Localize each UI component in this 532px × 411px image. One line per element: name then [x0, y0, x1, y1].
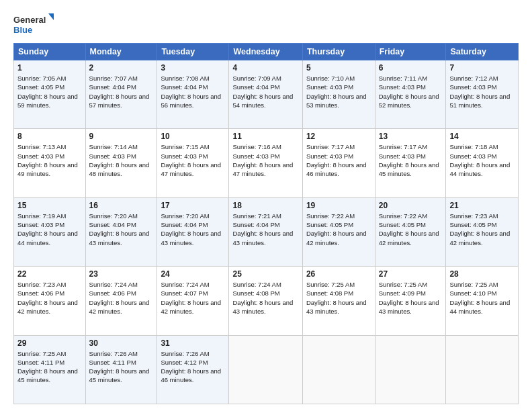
calendar-cell: 9 Sunrise: 7:14 AMSunset: 4:03 PMDayligh…	[85, 129, 157, 197]
day-number: 20	[379, 201, 443, 210]
day-number: 22	[17, 269, 82, 279]
day-number: 21	[449, 201, 515, 210]
calendar-cell: 6 Sunrise: 7:11 AMSunset: 4:03 PMDayligh…	[375, 60, 446, 129]
calendar-cell: 5 Sunrise: 7:10 AMSunset: 4:03 PMDayligh…	[302, 60, 375, 129]
calendar-cell: 10 Sunrise: 7:15 AMSunset: 4:03 PMDaylig…	[157, 129, 229, 197]
day-detail: Sunrise: 7:17 AMSunset: 4:03 PMDaylight:…	[379, 142, 443, 178]
calendar-cell: 3 Sunrise: 7:08 AMSunset: 4:04 PMDayligh…	[157, 60, 229, 129]
day-detail: Sunrise: 7:10 AMSunset: 4:03 PMDaylight:…	[306, 74, 371, 109]
calendar-cell: 14 Sunrise: 7:18 AMSunset: 4:03 PMDaylig…	[446, 129, 519, 197]
day-detail: Sunrise: 7:08 AMSunset: 4:04 PMDaylight:…	[161, 74, 225, 109]
day-detail: Sunrise: 7:26 AMSunset: 4:12 PMDaylight:…	[161, 349, 225, 385]
day-number: 25	[232, 269, 298, 279]
calendar-cell	[302, 335, 375, 404]
day-detail: Sunrise: 7:14 AMSunset: 4:03 PMDaylight:…	[89, 142, 154, 178]
day-detail: Sunrise: 7:17 AMSunset: 4:03 PMDaylight:…	[306, 142, 371, 178]
day-detail: Sunrise: 7:12 AMSunset: 4:03 PMDaylight:…	[449, 74, 515, 109]
calendar-cell: 18 Sunrise: 7:21 AMSunset: 4:04 PMDaylig…	[229, 197, 302, 266]
day-number: 15	[17, 201, 82, 210]
calendar-cell: 7 Sunrise: 7:12 AMSunset: 4:03 PMDayligh…	[446, 60, 519, 129]
calendar-cell: 4 Sunrise: 7:09 AMSunset: 4:04 PMDayligh…	[229, 60, 302, 129]
day-number: 27	[379, 269, 443, 279]
weekday-header-tuesday: Tuesday	[157, 44, 229, 60]
day-number: 30	[89, 338, 154, 348]
day-detail: Sunrise: 7:22 AMSunset: 4:05 PMDaylight:…	[306, 212, 371, 247]
svg-text:General: General	[13, 15, 46, 25]
day-number: 8	[17, 132, 82, 141]
calendar-cell: 22 Sunrise: 7:23 AMSunset: 4:06 PMDaylig…	[14, 267, 86, 335]
day-detail: Sunrise: 7:09 AMSunset: 4:04 PMDaylight:…	[232, 74, 298, 109]
calendar-cell	[446, 335, 519, 404]
calendar-cell: 2 Sunrise: 7:07 AMSunset: 4:04 PMDayligh…	[85, 60, 157, 129]
calendar-cell: 17 Sunrise: 7:20 AMSunset: 4:04 PMDaylig…	[157, 197, 229, 266]
calendar-cell: 16 Sunrise: 7:20 AMSunset: 4:04 PMDaylig…	[85, 197, 157, 266]
day-detail: Sunrise: 7:19 AMSunset: 4:03 PMDaylight:…	[17, 212, 82, 247]
day-detail: Sunrise: 7:18 AMSunset: 4:03 PMDaylight:…	[449, 142, 515, 178]
weekday-header-sunday: Sunday	[14, 44, 86, 60]
day-number: 13	[379, 132, 443, 141]
day-detail: Sunrise: 7:11 AMSunset: 4:03 PMDaylight:…	[379, 74, 443, 109]
calendar-cell	[229, 335, 302, 404]
day-number: 11	[232, 132, 298, 141]
calendar-cell: 31 Sunrise: 7:26 AMSunset: 4:12 PMDaylig…	[157, 335, 229, 404]
calendar-cell: 26 Sunrise: 7:25 AMSunset: 4:08 PMDaylig…	[302, 267, 375, 335]
day-number: 9	[89, 132, 154, 141]
day-number: 17	[161, 201, 225, 210]
day-number: 2	[89, 63, 154, 73]
day-detail: Sunrise: 7:15 AMSunset: 4:03 PMDaylight:…	[161, 142, 225, 178]
day-number: 14	[449, 132, 515, 141]
calendar-cell: 28 Sunrise: 7:25 AMSunset: 4:10 PMDaylig…	[446, 267, 519, 335]
weekday-header-monday: Monday	[85, 44, 157, 60]
day-detail: Sunrise: 7:24 AMSunset: 4:07 PMDaylight:…	[161, 280, 225, 316]
day-number: 5	[306, 63, 371, 73]
calendar-cell: 25 Sunrise: 7:24 AMSunset: 4:08 PMDaylig…	[229, 267, 302, 335]
day-detail: Sunrise: 7:25 AMSunset: 4:10 PMDaylight:…	[449, 280, 515, 316]
day-detail: Sunrise: 7:22 AMSunset: 4:05 PMDaylight:…	[379, 212, 443, 247]
logo-icon: General Blue	[13, 12, 54, 36]
calendar-cell: 12 Sunrise: 7:17 AMSunset: 4:03 PMDaylig…	[302, 129, 375, 197]
weekday-header-thursday: Thursday	[302, 44, 375, 60]
day-number: 12	[306, 132, 371, 141]
calendar-cell: 1 Sunrise: 7:05 AMSunset: 4:05 PMDayligh…	[14, 60, 86, 129]
calendar-cell: 11 Sunrise: 7:16 AMSunset: 4:03 PMDaylig…	[229, 129, 302, 197]
calendar-cell	[375, 335, 446, 404]
day-detail: Sunrise: 7:26 AMSunset: 4:11 PMDaylight:…	[89, 349, 154, 385]
day-detail: Sunrise: 7:20 AMSunset: 4:04 PMDaylight:…	[89, 212, 154, 247]
calendar-cell: 8 Sunrise: 7:13 AMSunset: 4:03 PMDayligh…	[14, 129, 86, 197]
day-detail: Sunrise: 7:21 AMSunset: 4:04 PMDaylight:…	[232, 212, 298, 247]
day-number: 31	[161, 338, 225, 348]
calendar-cell: 21 Sunrise: 7:23 AMSunset: 4:05 PMDaylig…	[446, 197, 519, 266]
day-detail: Sunrise: 7:07 AMSunset: 4:04 PMDaylight:…	[89, 74, 154, 109]
day-number: 10	[161, 132, 225, 141]
day-detail: Sunrise: 7:13 AMSunset: 4:03 PMDaylight:…	[17, 142, 82, 178]
day-number: 28	[449, 269, 515, 279]
day-number: 3	[161, 63, 225, 73]
day-number: 24	[161, 269, 225, 279]
logo: General Blue	[13, 12, 54, 36]
day-number: 23	[89, 269, 154, 279]
weekday-header-friday: Friday	[375, 44, 446, 60]
svg-text:Blue: Blue	[13, 25, 32, 35]
day-number: 6	[379, 63, 443, 73]
calendar-cell: 13 Sunrise: 7:17 AMSunset: 4:03 PMDaylig…	[375, 129, 446, 197]
calendar-cell: 30 Sunrise: 7:26 AMSunset: 4:11 PMDaylig…	[85, 335, 157, 404]
calendar-table: SundayMondayTuesdayWednesdayThursdayFrid…	[13, 43, 519, 404]
day-detail: Sunrise: 7:20 AMSunset: 4:04 PMDaylight:…	[161, 212, 225, 247]
calendar-cell: 29 Sunrise: 7:25 AMSunset: 4:11 PMDaylig…	[14, 335, 86, 404]
day-number: 16	[89, 201, 154, 210]
svg-marker-2	[48, 13, 54, 20]
day-detail: Sunrise: 7:25 AMSunset: 4:08 PMDaylight:…	[306, 280, 371, 316]
day-detail: Sunrise: 7:23 AMSunset: 4:05 PMDaylight:…	[449, 212, 515, 247]
calendar-cell: 19 Sunrise: 7:22 AMSunset: 4:05 PMDaylig…	[302, 197, 375, 266]
day-number: 19	[306, 201, 371, 210]
day-detail: Sunrise: 7:24 AMSunset: 4:08 PMDaylight:…	[232, 280, 298, 316]
calendar-cell: 23 Sunrise: 7:24 AMSunset: 4:06 PMDaylig…	[85, 267, 157, 335]
calendar-cell: 24 Sunrise: 7:24 AMSunset: 4:07 PMDaylig…	[157, 267, 229, 335]
weekday-header-wednesday: Wednesday	[229, 44, 302, 60]
calendar-cell: 15 Sunrise: 7:19 AMSunset: 4:03 PMDaylig…	[14, 197, 86, 266]
calendar-cell: 27 Sunrise: 7:25 AMSunset: 4:09 PMDaylig…	[375, 267, 446, 335]
day-number: 4	[232, 63, 298, 73]
day-number: 7	[449, 63, 515, 73]
day-detail: Sunrise: 7:23 AMSunset: 4:06 PMDaylight:…	[17, 280, 82, 316]
day-detail: Sunrise: 7:25 AMSunset: 4:09 PMDaylight:…	[379, 280, 443, 316]
